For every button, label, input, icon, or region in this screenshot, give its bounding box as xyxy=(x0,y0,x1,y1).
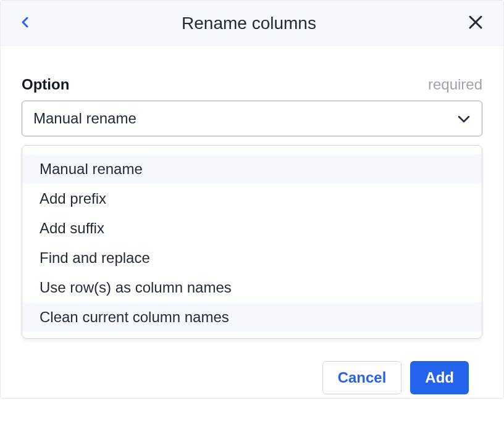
dropdown-option[interactable]: Manual rename xyxy=(22,154,482,184)
modal-header: Rename columns xyxy=(1,1,503,46)
back-button[interactable] xyxy=(18,12,33,34)
field-header: Option required xyxy=(22,76,482,93)
add-button[interactable]: Add xyxy=(410,361,469,394)
dropdown-option[interactable]: Use row(s) as column names xyxy=(22,273,482,302)
option-dropdown: Manual renameAdd prefixAdd suffixFind an… xyxy=(22,145,482,339)
cancel-button[interactable]: Cancel xyxy=(322,361,402,394)
modal-body: Option required Manual rename Manual ren… xyxy=(1,46,503,398)
select-value: Manual rename xyxy=(33,110,136,127)
rename-columns-modal: Rename columns Option required Manual re… xyxy=(0,0,504,399)
dropdown-option[interactable]: Add suffix xyxy=(22,214,482,243)
close-button[interactable] xyxy=(465,12,486,35)
required-indicator: required xyxy=(428,76,482,93)
dropdown-option[interactable]: Find and replace xyxy=(22,243,482,273)
chevron-left-icon xyxy=(20,15,30,31)
modal-title: Rename columns xyxy=(33,14,465,33)
option-select[interactable]: Manual rename xyxy=(22,101,482,136)
chevron-down-icon xyxy=(457,110,471,127)
close-icon xyxy=(468,14,484,32)
dropdown-option[interactable]: Clean current column names xyxy=(22,302,482,332)
modal-footer: Cancel Add xyxy=(22,350,482,398)
dropdown-option[interactable]: Add prefix xyxy=(22,184,482,214)
option-label: Option xyxy=(22,76,69,93)
